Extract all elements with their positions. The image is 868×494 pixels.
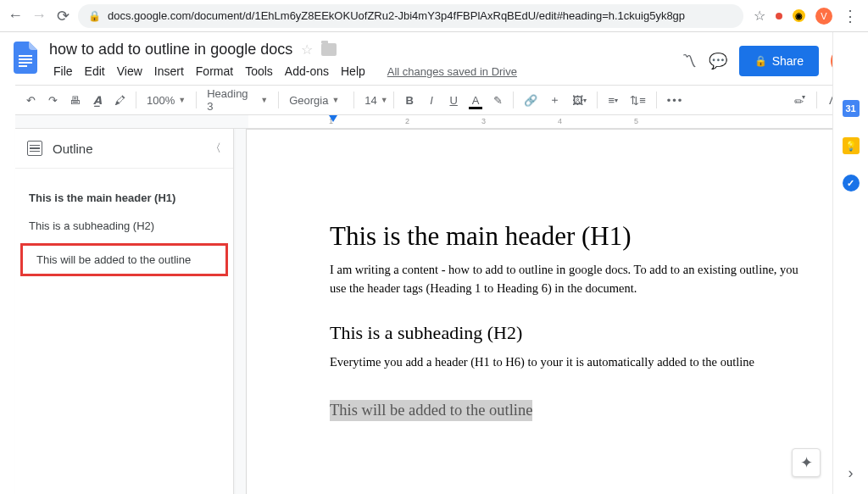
document-canvas[interactable]: This is the main header (H1) I am writin… xyxy=(234,129,848,494)
doc-title[interactable]: how to add to outline in google docs xyxy=(49,41,292,58)
menu-tools[interactable]: Tools xyxy=(241,63,277,80)
line-spacing-button[interactable]: ⇅≡ xyxy=(626,90,649,110)
link-button[interactable]: 🔗 xyxy=(520,90,541,110)
docs-logo-icon[interactable] xyxy=(10,37,41,78)
doc-paragraph[interactable]: Everytime you add a header (H1 to H6) to… xyxy=(330,352,813,371)
print-button[interactable]: 🖶 xyxy=(66,90,84,110)
zoom-select[interactable]: 100%▼ xyxy=(143,94,189,107)
ruler-tick: 2 xyxy=(405,117,409,125)
document-page[interactable]: This is the main header (H1) I am writin… xyxy=(246,129,848,494)
highlight-button[interactable]: ✎ xyxy=(489,90,506,110)
image-button[interactable]: 🖼▾ xyxy=(569,90,590,110)
menu-edit[interactable]: Edit xyxy=(81,63,109,80)
lock-icon: 🔒 xyxy=(754,55,767,67)
share-label: Share xyxy=(772,54,804,68)
menu-insert[interactable]: Insert xyxy=(150,63,188,80)
outline-list: This is the main header (H1) This is a s… xyxy=(15,169,233,280)
extension-grammarly-icon[interactable]: ◉ xyxy=(793,9,805,22)
collapse-outline-button[interactable]: 〈 xyxy=(210,141,221,156)
content-area: Outline 〈 This is the main header (H1) T… xyxy=(15,129,848,494)
editing-mode-button[interactable]: ✎▾ xyxy=(786,86,814,114)
browser-toolbar: ← → ⟳ 🔒 docs.google.com/document/d/1EhLm… xyxy=(0,0,868,32)
ruler-tick: 3 xyxy=(481,117,486,125)
keep-icon[interactable]: 💡 xyxy=(843,137,860,154)
toolbar: ↶ ↷ 🖶 A̲ 🖍 100%▼ Heading 3▼ Georgia▼ 14▼… xyxy=(15,85,848,115)
outline-icon xyxy=(27,141,42,156)
save-status[interactable]: All changes saved in Drive xyxy=(383,64,521,80)
expand-panel-button[interactable]: › xyxy=(849,464,854,482)
svg-rect-1 xyxy=(19,58,32,60)
comment-button[interactable]: ＋ xyxy=(546,90,564,110)
lock-icon: 🔒 xyxy=(88,10,101,22)
docs-header: how to add to outline in google docs ☆ F… xyxy=(0,32,868,85)
ruler-tick: 5 xyxy=(634,117,638,125)
comments-icon[interactable]: 💬 xyxy=(709,52,727,70)
more-button[interactable]: ••• xyxy=(664,90,687,110)
align-button[interactable]: ≡▾ xyxy=(604,90,621,110)
activity-icon[interactable]: 〽 xyxy=(682,53,697,70)
style-select[interactable]: Heading 3▼ xyxy=(203,87,271,113)
move-folder-icon[interactable] xyxy=(321,43,337,56)
explore-button[interactable]: ✦ xyxy=(792,448,821,477)
tasks-icon[interactable]: ✓ xyxy=(843,175,860,191)
outline-item[interactable]: This is a subheading (H2) xyxy=(15,212,233,240)
fontsize-select[interactable]: 14▼ xyxy=(361,94,387,107)
underline-button[interactable]: U xyxy=(445,90,462,110)
menu-help[interactable]: Help xyxy=(337,63,370,80)
menubar: File Edit View Insert Format Tools Add-o… xyxy=(49,61,673,81)
outline-item[interactable]: This will be added to the outline xyxy=(20,243,228,276)
extension-dot-icon[interactable] xyxy=(776,13,782,19)
star-icon[interactable]: ☆ xyxy=(301,42,313,58)
font-select[interactable]: Georgia▼ xyxy=(286,94,347,107)
indent-marker-icon[interactable] xyxy=(329,115,337,122)
svg-rect-2 xyxy=(19,62,32,64)
bold-button[interactable]: B xyxy=(401,90,418,110)
reload-button[interactable]: ⟳ xyxy=(54,8,71,25)
calendar-icon[interactable]: 31 xyxy=(843,100,860,117)
italic-button[interactable]: I xyxy=(423,90,440,110)
profile-avatar[interactable]: V xyxy=(815,8,832,25)
svg-rect-3 xyxy=(19,65,27,67)
forward-button[interactable]: → xyxy=(31,8,47,25)
outline-item[interactable]: This is the main header (H1) xyxy=(15,184,233,212)
doc-paragraph[interactable]: I am writing a content - how to add to o… xyxy=(330,260,813,298)
doc-heading-2[interactable]: This is a subheading (H2) xyxy=(330,322,848,344)
browser-menu-icon[interactable]: ⋮ xyxy=(843,7,858,25)
menu-format[interactable]: Format xyxy=(192,63,237,80)
outline-title: Outline xyxy=(53,142,200,156)
menu-view[interactable]: View xyxy=(113,63,147,80)
ruler[interactable]: 1 2 3 4 5 xyxy=(15,115,848,129)
menu-addons[interactable]: Add-ons xyxy=(281,63,333,80)
address-bar[interactable]: 🔒 docs.google.com/document/d/1EhLm6yZ8EE… xyxy=(78,4,743,28)
doc-heading-3-selected[interactable]: This will be added to the outline xyxy=(330,400,532,421)
spellcheck-button[interactable]: A̲ xyxy=(89,90,106,110)
outline-panel: Outline 〈 This is the main header (H1) T… xyxy=(15,129,234,494)
paint-format-button[interactable]: 🖍 xyxy=(111,90,129,110)
share-button[interactable]: 🔒 Share xyxy=(739,46,819,76)
redo-button[interactable]: ↷ xyxy=(44,90,61,110)
side-panel: 31 💡 ✓ › xyxy=(832,32,868,494)
back-button[interactable]: ← xyxy=(7,8,24,25)
undo-button[interactable]: ↶ xyxy=(22,90,39,110)
menu-file[interactable]: File xyxy=(49,63,77,80)
text-color-button[interactable]: A xyxy=(467,90,484,110)
url-text: docs.google.com/document/d/1EhLm6yZ8EEkO… xyxy=(108,9,685,22)
bookmark-star-icon[interactable]: ☆ xyxy=(754,8,765,24)
ruler-tick: 4 xyxy=(558,117,562,125)
extension-icons: ☆ ◉ V ⋮ xyxy=(750,7,861,25)
svg-rect-0 xyxy=(19,55,32,57)
doc-heading-1[interactable]: This is the main header (H1) xyxy=(330,221,848,252)
